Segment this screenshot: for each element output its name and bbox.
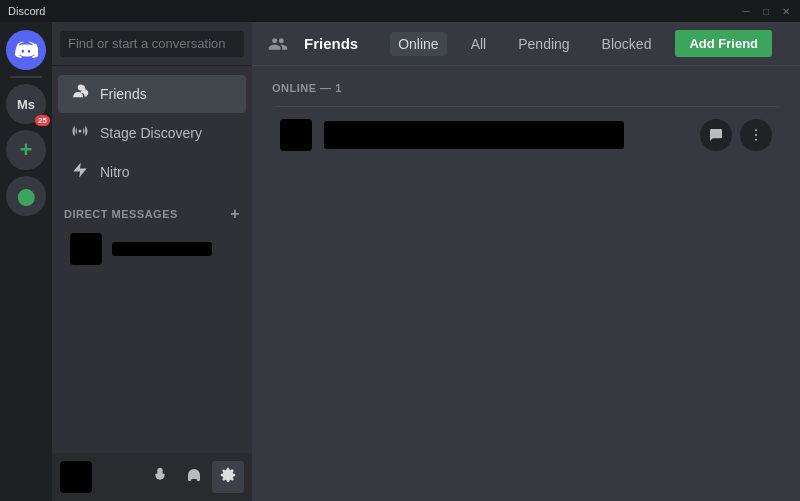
friend-info [324,121,700,149]
sidebar-item-friends-label: Friends [100,86,147,102]
user-server-label: Ms [17,97,35,112]
dm-search-bar [52,22,252,66]
tab-blocked[interactable]: Blocked [594,32,660,56]
notification-badge: 25 [35,115,50,126]
app-body: Ms 25 + ⬤ [0,22,800,501]
add-friend-button[interactable]: Add Friend [675,30,772,57]
explore-button[interactable]: ⬤ [6,176,46,216]
server-divider [10,76,42,78]
add-server-icon: + [20,137,33,163]
dm-user-item[interactable] [58,227,246,271]
mic-button[interactable] [144,461,176,493]
message-friend-button[interactable] [700,119,732,151]
online-section-header: ONLINE — 1 [272,82,780,94]
direct-messages-section-header: Direct Messages + [52,192,252,226]
headset-button[interactable] [178,461,210,493]
add-dm-button[interactable]: + [230,206,240,222]
svg-point-8 [755,139,757,141]
friend-avatar [280,119,312,151]
minimize-button[interactable]: ─ [740,5,752,17]
titlebar-controls: ─ □ ✕ [740,5,792,17]
add-server-button[interactable]: + [6,130,46,170]
sidebar-item-stage-discovery-label: Stage Discovery [100,125,202,141]
friends-content: ONLINE — 1 [252,66,800,501]
dm-nav: Friends Stage Discovery [52,66,252,453]
svg-point-0 [79,130,82,133]
discord-home-button[interactable] [6,30,46,70]
friends-header-icon [268,34,288,54]
sidebar-item-nitro-label: Nitro [100,164,130,180]
svg-point-6 [755,129,757,131]
dm-panel: Friends Stage Discovery [52,22,252,501]
sidebar-item-stage-discovery[interactable]: Stage Discovery [58,114,246,152]
search-input[interactable] [60,31,244,57]
settings-button[interactable] [212,461,244,493]
dm-user-name [112,242,212,256]
server-sidebar: Ms 25 + ⬤ [0,22,52,501]
friend-actions [700,119,772,151]
friend-name-censored [324,121,624,149]
more-options-button[interactable] [740,119,772,151]
friends-icon [70,83,90,105]
direct-messages-label: Direct Messages [64,208,178,220]
titlebar-title: Discord [8,5,45,17]
mic-icon [152,467,168,487]
nitro-icon [70,161,90,183]
dm-user-avatar [70,233,102,265]
maximize-button[interactable]: □ [760,5,772,17]
user-server-icon[interactable]: Ms 25 [6,84,46,124]
headset-icon [186,467,202,487]
explore-icon: ⬤ [17,187,35,206]
settings-icon [220,467,236,487]
tab-pending[interactable]: Pending [510,32,577,56]
main-content: Friends Online All Pending Blocked Add F… [252,22,800,501]
sidebar-item-nitro[interactable]: Nitro [58,153,246,191]
close-button[interactable]: ✕ [780,5,792,17]
friends-title: Friends [304,35,358,52]
bottom-controls [144,461,244,493]
tab-all[interactable]: All [463,32,495,56]
svg-point-7 [755,134,757,136]
stage-discovery-icon [70,122,90,144]
friends-header: Friends Online All Pending Blocked Add F… [252,22,800,66]
titlebar: Discord ─ □ ✕ [0,0,800,22]
friend-list-item[interactable] [272,106,780,163]
user-avatar [60,461,92,493]
sidebar-item-friends[interactable]: Friends [58,75,246,113]
dm-panel-bottom-bar [52,453,252,501]
tab-online[interactable]: Online [390,32,446,56]
